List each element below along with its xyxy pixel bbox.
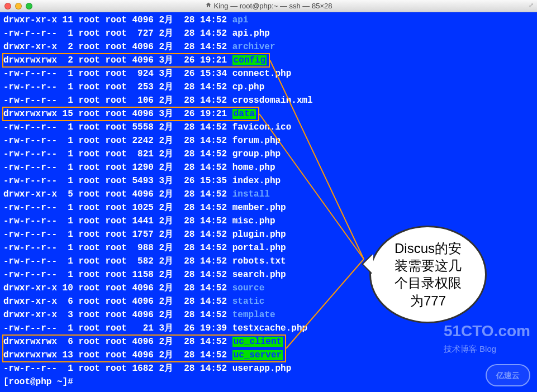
cursor (78, 377, 83, 387)
ls-name: template (232, 310, 275, 320)
ls-row: -rw-r--r-- 1 root root 5493 3月 26 15:35 … (3, 174, 534, 188)
ls-name: favicon.ico (232, 122, 292, 132)
ls-name: userapp.php (232, 364, 292, 374)
ls-meta: -rw-r--r-- 1 root root 821 2月 28 14:52 (3, 149, 232, 159)
window-controls (0, 3, 32, 9)
ls-row: -rw-r--r-- 1 root root 727 2月 28 14:52 a… (3, 27, 534, 40)
ls-meta: drwxr-xr-x 2 root root 4096 2月 28 14:52 (3, 42, 232, 52)
ls-meta: -rw-r--r-- 1 root root 988 2月 28 14:52 (3, 243, 232, 253)
ls-meta: -rw-r--r-- 1 root root 2242 2月 28 14:52 (3, 136, 232, 146)
ls-name: config (232, 55, 267, 65)
ls-row: -rw-r--r-- 1 root root 253 2月 28 14:52 c… (3, 80, 534, 94)
ls-meta: drwxrwxrwx 15 root root 4096 3月 26 19:21 (3, 109, 232, 119)
ls-meta: -rw-r--r-- 1 root root 21 3月 26 19:39 (3, 323, 232, 333)
ls-meta: drwxr-xr-x 3 root root 4096 2月 28 14:52 (3, 310, 232, 320)
ls-row: -rw-r--r-- 1 root root 1290 2月 28 14:52 … (3, 161, 534, 174)
ls-row: drwxrwxrwx 2 root root 4096 3月 26 19:21 … (3, 54, 534, 67)
ls-name: search.php (232, 270, 286, 280)
ls-meta: -rw-r--r-- 1 root root 1025 2月 28 14:52 (3, 203, 232, 213)
ls-row: drwxrwxrwx 15 root root 4096 3月 26 19:21… (3, 107, 534, 121)
ls-name: archiver (232, 42, 275, 52)
ls-meta: -rw-r--r-- 1 root root 924 3月 26 15:34 (3, 69, 232, 79)
ls-meta: -rw-r--r-- 1 root root 106 2月 28 14:52 (3, 95, 232, 106)
ls-meta: drwxr-xr-x 10 root root 4096 2月 28 14:52 (3, 283, 232, 293)
minimize-button[interactable] (15, 3, 22, 9)
ls-row: -rw-r--r-- 1 root root 1682 2月 28 14:52 … (3, 362, 534, 375)
ls-name: portal.php (232, 243, 286, 253)
ls-meta: -rw-r--r-- 1 root root 5493 3月 26 15:35 (3, 176, 232, 186)
ls-row: -rw-r--r-- 1 root root 1441 2月 28 14:52 … (3, 214, 534, 228)
window-title-text: King — root@php:~ — ssh — 85×28 (214, 2, 332, 10)
ls-row: drwxr-xr-x 11 root root 4096 2月 28 14:52… (3, 13, 534, 27)
ls-meta: -rw-r--r-- 1 root root 1290 2月 28 14:52 (3, 162, 232, 173)
ls-name: uc_client (232, 337, 283, 347)
ls-row: -rw-r--r-- 1 root root 924 3月 26 15:34 c… (3, 67, 534, 80)
ls-row: -rw-r--r-- 1 root root 821 2月 28 14:52 g… (3, 147, 534, 161)
ls-name: forum.php (232, 136, 281, 146)
ls-name: static (232, 297, 265, 307)
ls-meta: drwxrwxrwx 2 root root 4096 3月 26 19:21 (3, 55, 232, 65)
ls-row: -rw-r--r-- 1 root root 2242 2月 28 14:52 … (3, 134, 534, 147)
ls-name: member.php (232, 203, 286, 213)
prompt-line[interactable]: [root@php ~]# (3, 375, 534, 389)
ls-row: -rw-r--r-- 1 root root 106 2月 28 14:52 c… (3, 94, 534, 107)
ls-meta: -rw-r--r-- 1 root root 1682 2月 28 14:52 (3, 364, 232, 374)
terminal-body[interactable]: drwxr-xr-x 11 root root 4096 2月 28 14:52… (0, 12, 537, 392)
ls-name: uc_server (232, 350, 283, 360)
ls-name: crossdomain.xml (232, 95, 313, 106)
ls-name: index.php (232, 176, 281, 186)
ls-row: -rw-r--r-- 1 root root 1025 2月 28 14:52 … (3, 201, 534, 214)
ls-meta: -rw-r--r-- 1 root root 1158 2月 28 14:52 (3, 270, 232, 280)
expand-icon[interactable]: ⤢ (529, 2, 534, 9)
ls-name: api.php (232, 28, 270, 39)
zoom-button[interactable] (26, 3, 32, 9)
ls-meta: -rw-r--r-- 1 root root 582 2月 28 14:52 (3, 256, 232, 266)
prompt-text: [root@php ~]# (3, 377, 73, 387)
ls-name: connect.php (232, 69, 292, 79)
ls-name: group.php (232, 149, 281, 159)
ls-name: testxcache.php (232, 323, 307, 333)
ls-row: -rw-r--r-- 1 root root 5558 2月 28 14:52 … (3, 121, 534, 134)
ls-meta: -rw-r--r-- 1 root root 1441 2月 28 14:52 (3, 216, 232, 226)
ls-name: misc.php (232, 216, 275, 226)
ls-row: drwxrwxrwx 13 root root 4096 2月 28 14:52… (3, 348, 534, 362)
ls-row: drwxrwxrwx 6 root root 4096 2月 28 14:52 … (3, 335, 534, 348)
ls-meta: -rw-r--r-- 1 root root 253 2月 28 14:52 (3, 82, 232, 92)
ls-name: plugin.php (232, 230, 286, 240)
ls-meta: -rw-r--r-- 1 root root 5558 2月 28 14:52 (3, 122, 232, 132)
ls-meta: -rw-r--r-- 1 root root 1757 2月 28 14:52 (3, 230, 232, 240)
ls-name: api (232, 15, 249, 25)
ls-row: -rw-r--r-- 1 root root 21 3月 26 19:39 te… (3, 322, 534, 335)
ls-meta: drwxrwxrwx 6 root root 4096 2月 28 14:52 (3, 337, 232, 347)
ls-name: data (232, 109, 256, 119)
ls-row: drwxr-xr-x 5 root root 4096 2月 28 14:52 … (3, 188, 534, 201)
annotation-bubble: Discus的安装需要这几个目录权限为777 (369, 226, 487, 323)
ls-meta: -rw-r--r-- 1 root root 727 2月 28 14:52 (3, 28, 232, 39)
ls-name: home.php (232, 162, 275, 173)
ls-name: source (232, 283, 265, 293)
ls-meta: drwxrwxrwx 13 root root 4096 2月 28 14:52 (3, 350, 232, 360)
ls-name: robots.txt (232, 256, 286, 266)
ls-meta: drwxr-xr-x 11 root root 4096 2月 28 14:52 (3, 15, 232, 25)
ls-name: cp.php (232, 82, 265, 92)
ls-meta: drwxr-xr-x 5 root root 4096 2月 28 14:52 (3, 189, 232, 199)
ls-row: drwxr-xr-x 2 root root 4096 2月 28 14:52 … (3, 40, 534, 54)
ls-name: install (232, 189, 270, 199)
window-title: King — root@php:~ — ssh — 85×28 (205, 2, 332, 10)
ls-meta: drwxr-xr-x 6 root root 4096 2月 28 14:52 (3, 297, 232, 307)
home-icon (205, 2, 212, 10)
window-titlebar: King — root@php:~ — ssh — 85×28 ⤢ (0, 0, 537, 12)
close-button[interactable] (4, 3, 11, 9)
